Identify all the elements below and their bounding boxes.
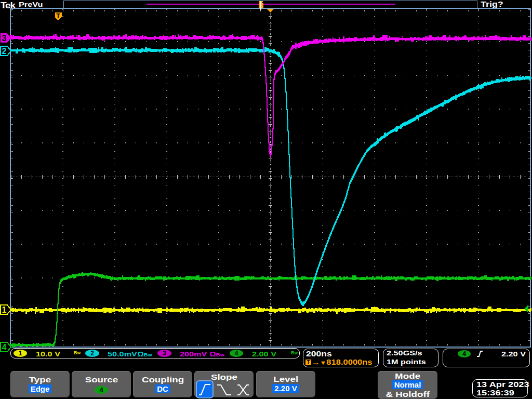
svg-text:1: 1 bbox=[2, 305, 7, 314]
svg-text:3: 3 bbox=[2, 34, 7, 43]
svg-text:2: 2 bbox=[2, 47, 7, 56]
svg-text:4: 4 bbox=[2, 343, 7, 352]
svg-text:T: T bbox=[56, 12, 60, 20]
